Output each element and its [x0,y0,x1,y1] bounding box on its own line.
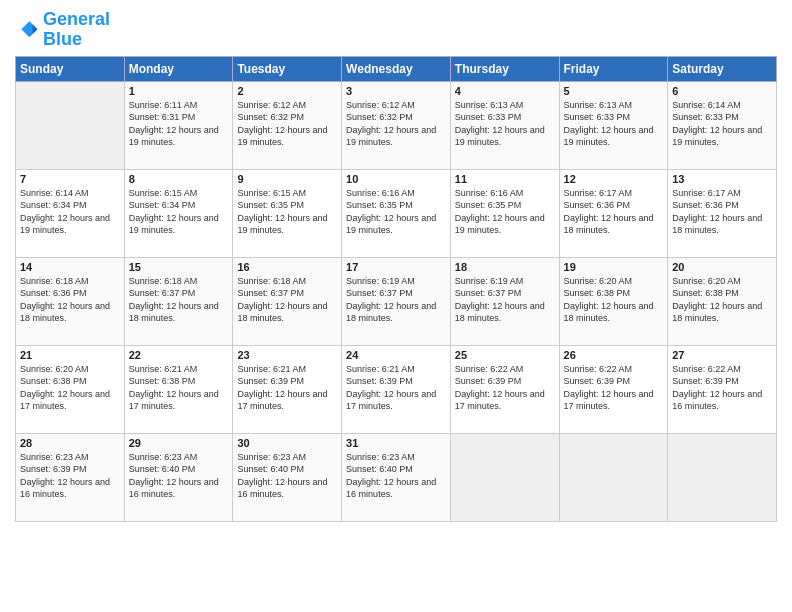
day-number: 4 [455,85,555,97]
day-info: Sunrise: 6:13 AM Sunset: 6:33 PM Dayligh… [564,99,664,149]
weekday-friday: Friday [559,56,668,81]
day-number: 3 [346,85,446,97]
day-info: Sunrise: 6:18 AM Sunset: 6:37 PM Dayligh… [129,275,229,325]
day-cell: 16 Sunrise: 6:18 AM Sunset: 6:37 PM Dayl… [233,257,342,345]
day-cell: 25 Sunrise: 6:22 AM Sunset: 6:39 PM Dayl… [450,345,559,433]
day-cell: 2 Sunrise: 6:12 AM Sunset: 6:32 PM Dayli… [233,81,342,169]
logo: General Blue [15,10,110,50]
day-cell: 31 Sunrise: 6:23 AM Sunset: 6:40 PM Dayl… [342,433,451,521]
day-number: 31 [346,437,446,449]
day-info: Sunrise: 6:17 AM Sunset: 6:36 PM Dayligh… [672,187,772,237]
week-row-1: 1 Sunrise: 6:11 AM Sunset: 6:31 PM Dayli… [16,81,777,169]
day-cell [668,433,777,521]
day-cell: 10 Sunrise: 6:16 AM Sunset: 6:35 PM Dayl… [342,169,451,257]
day-number: 12 [564,173,664,185]
header: General Blue [15,10,777,50]
day-info: Sunrise: 6:20 AM Sunset: 6:38 PM Dayligh… [20,363,120,413]
day-number: 21 [20,349,120,361]
weekday-tuesday: Tuesday [233,56,342,81]
day-info: Sunrise: 6:14 AM Sunset: 6:34 PM Dayligh… [20,187,120,237]
day-cell: 22 Sunrise: 6:21 AM Sunset: 6:38 PM Dayl… [124,345,233,433]
day-number: 15 [129,261,229,273]
day-info: Sunrise: 6:22 AM Sunset: 6:39 PM Dayligh… [564,363,664,413]
day-info: Sunrise: 6:21 AM Sunset: 6:39 PM Dayligh… [346,363,446,413]
day-number: 30 [237,437,337,449]
day-number: 14 [20,261,120,273]
logo-icon [15,18,39,42]
day-cell: 14 Sunrise: 6:18 AM Sunset: 6:36 PM Dayl… [16,257,125,345]
week-row-4: 21 Sunrise: 6:20 AM Sunset: 6:38 PM Dayl… [16,345,777,433]
logo-text: General Blue [43,10,110,50]
day-cell [16,81,125,169]
day-info: Sunrise: 6:20 AM Sunset: 6:38 PM Dayligh… [564,275,664,325]
day-number: 26 [564,349,664,361]
day-info: Sunrise: 6:12 AM Sunset: 6:32 PM Dayligh… [346,99,446,149]
day-cell: 24 Sunrise: 6:21 AM Sunset: 6:39 PM Dayl… [342,345,451,433]
weekday-thursday: Thursday [450,56,559,81]
day-cell: 8 Sunrise: 6:15 AM Sunset: 6:34 PM Dayli… [124,169,233,257]
day-number: 10 [346,173,446,185]
day-cell: 1 Sunrise: 6:11 AM Sunset: 6:31 PM Dayli… [124,81,233,169]
day-cell: 26 Sunrise: 6:22 AM Sunset: 6:39 PM Dayl… [559,345,668,433]
day-info: Sunrise: 6:16 AM Sunset: 6:35 PM Dayligh… [346,187,446,237]
day-cell: 4 Sunrise: 6:13 AM Sunset: 6:33 PM Dayli… [450,81,559,169]
day-info: Sunrise: 6:22 AM Sunset: 6:39 PM Dayligh… [672,363,772,413]
day-cell: 28 Sunrise: 6:23 AM Sunset: 6:39 PM Dayl… [16,433,125,521]
day-info: Sunrise: 6:12 AM Sunset: 6:32 PM Dayligh… [237,99,337,149]
day-info: Sunrise: 6:14 AM Sunset: 6:33 PM Dayligh… [672,99,772,149]
day-info: Sunrise: 6:15 AM Sunset: 6:35 PM Dayligh… [237,187,337,237]
day-number: 17 [346,261,446,273]
day-info: Sunrise: 6:23 AM Sunset: 6:40 PM Dayligh… [346,451,446,501]
day-number: 13 [672,173,772,185]
day-number: 24 [346,349,446,361]
week-row-3: 14 Sunrise: 6:18 AM Sunset: 6:36 PM Dayl… [16,257,777,345]
day-number: 9 [237,173,337,185]
day-info: Sunrise: 6:11 AM Sunset: 6:31 PM Dayligh… [129,99,229,149]
day-cell: 9 Sunrise: 6:15 AM Sunset: 6:35 PM Dayli… [233,169,342,257]
day-number: 11 [455,173,555,185]
day-cell: 18 Sunrise: 6:19 AM Sunset: 6:37 PM Dayl… [450,257,559,345]
day-info: Sunrise: 6:21 AM Sunset: 6:39 PM Dayligh… [237,363,337,413]
weekday-monday: Monday [124,56,233,81]
day-number: 25 [455,349,555,361]
day-cell: 5 Sunrise: 6:13 AM Sunset: 6:33 PM Dayli… [559,81,668,169]
day-cell [450,433,559,521]
day-info: Sunrise: 6:23 AM Sunset: 6:40 PM Dayligh… [129,451,229,501]
day-number: 7 [20,173,120,185]
day-cell: 19 Sunrise: 6:20 AM Sunset: 6:38 PM Dayl… [559,257,668,345]
day-cell: 11 Sunrise: 6:16 AM Sunset: 6:35 PM Dayl… [450,169,559,257]
day-number: 20 [672,261,772,273]
page: General Blue SundayMondayTuesdayWednesda… [0,0,792,612]
day-cell: 15 Sunrise: 6:18 AM Sunset: 6:37 PM Dayl… [124,257,233,345]
day-number: 19 [564,261,664,273]
calendar: SundayMondayTuesdayWednesdayThursdayFrid… [15,56,777,522]
day-info: Sunrise: 6:17 AM Sunset: 6:36 PM Dayligh… [564,187,664,237]
day-cell: 12 Sunrise: 6:17 AM Sunset: 6:36 PM Dayl… [559,169,668,257]
week-row-2: 7 Sunrise: 6:14 AM Sunset: 6:34 PM Dayli… [16,169,777,257]
day-number: 28 [20,437,120,449]
day-cell: 6 Sunrise: 6:14 AM Sunset: 6:33 PM Dayli… [668,81,777,169]
day-number: 5 [564,85,664,97]
weekday-wednesday: Wednesday [342,56,451,81]
weekday-header-row: SundayMondayTuesdayWednesdayThursdayFrid… [16,56,777,81]
day-number: 2 [237,85,337,97]
day-info: Sunrise: 6:15 AM Sunset: 6:34 PM Dayligh… [129,187,229,237]
day-info: Sunrise: 6:16 AM Sunset: 6:35 PM Dayligh… [455,187,555,237]
day-cell: 29 Sunrise: 6:23 AM Sunset: 6:40 PM Dayl… [124,433,233,521]
weekday-saturday: Saturday [668,56,777,81]
day-number: 27 [672,349,772,361]
day-info: Sunrise: 6:23 AM Sunset: 6:40 PM Dayligh… [237,451,337,501]
day-number: 6 [672,85,772,97]
day-cell: 7 Sunrise: 6:14 AM Sunset: 6:34 PM Dayli… [16,169,125,257]
day-info: Sunrise: 6:13 AM Sunset: 6:33 PM Dayligh… [455,99,555,149]
day-cell [559,433,668,521]
day-info: Sunrise: 6:19 AM Sunset: 6:37 PM Dayligh… [455,275,555,325]
day-info: Sunrise: 6:21 AM Sunset: 6:38 PM Dayligh… [129,363,229,413]
day-cell: 27 Sunrise: 6:22 AM Sunset: 6:39 PM Dayl… [668,345,777,433]
day-cell: 20 Sunrise: 6:20 AM Sunset: 6:38 PM Dayl… [668,257,777,345]
day-cell: 30 Sunrise: 6:23 AM Sunset: 6:40 PM Dayl… [233,433,342,521]
day-number: 22 [129,349,229,361]
day-info: Sunrise: 6:23 AM Sunset: 6:39 PM Dayligh… [20,451,120,501]
day-info: Sunrise: 6:18 AM Sunset: 6:37 PM Dayligh… [237,275,337,325]
day-number: 16 [237,261,337,273]
